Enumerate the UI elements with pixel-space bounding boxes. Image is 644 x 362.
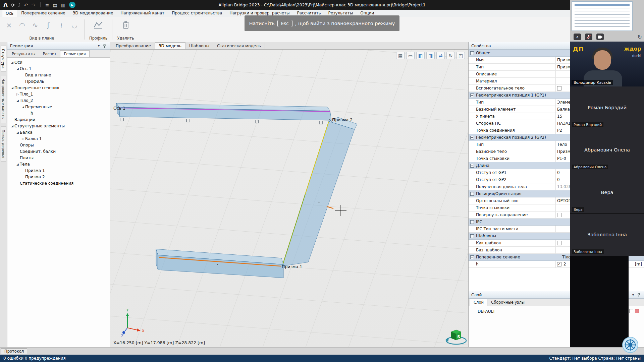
menu-tab[interactable]: Ось — [2, 10, 17, 17]
speaker-video-tile[interactable]: ДП ждор dorN Володимир Каськів — [570, 42, 644, 86]
plan-view-tool-icon[interactable]: ◠ — [17, 19, 27, 31]
tree-item[interactable]: Вариации — [7, 116, 110, 123]
panel-tab[interactable]: Геометрия — [60, 50, 89, 57]
tree-item[interactable]: Профиль — [7, 78, 110, 84]
tree-expander-icon[interactable]: ◢ — [15, 67, 20, 70]
tree-item[interactable]: ◢ Структурные элементы — [7, 123, 110, 129]
tree-item[interactable]: Соединит. балки — [7, 148, 110, 155]
panel-tab[interactable]: Расчет — [39, 50, 60, 57]
layer-tab[interactable]: Слой — [470, 299, 487, 306]
iso-view-2-icon[interactable]: ◨ — [426, 52, 435, 59]
tree-expander-icon[interactable]: ◢ — [15, 99, 20, 102]
protocol-tab[interactable]: Протокол — [1, 348, 27, 354]
tree-item[interactable]: ◢ Тела — [7, 161, 110, 167]
group-collapse-icon[interactable] — [470, 220, 474, 224]
pin-icon[interactable] — [103, 44, 106, 49]
tree-expander-icon[interactable]: ◢ — [15, 163, 20, 166]
tree-item[interactable]: Статические соединения — [7, 180, 110, 186]
plan-view-tool-icon[interactable]: ≀ — [56, 19, 66, 31]
tree-item[interactable]: ◢ Ось 1 — [7, 65, 110, 72]
rotate-view-icon[interactable]: ↻ — [446, 52, 455, 59]
tree-item[interactable]: ▷ Тіло_1 — [7, 91, 110, 97]
layer-tab[interactable]: Сборочные узлы — [487, 299, 528, 306]
tree-item[interactable]: ◢ Тіло_2 — [7, 97, 110, 104]
pin-icon[interactable] — [637, 293, 641, 298]
menu-tab[interactable]: 3D моделирование — [69, 10, 117, 17]
viewport-tab[interactable]: 3D-модель — [155, 42, 185, 49]
chevron-down-icon[interactable]: ▾ — [98, 44, 100, 48]
iso-view-icon[interactable]: ◧ — [416, 52, 425, 59]
group-collapse-icon[interactable] — [470, 136, 474, 139]
viewport-tab[interactable]: Преобразование — [112, 43, 155, 49]
layer-color-swatch[interactable] — [635, 309, 639, 313]
tree-item[interactable]: Призма 1 — [7, 167, 110, 174]
plan-view-tool-icon[interactable]: ∿ — [30, 19, 40, 31]
redo-icon[interactable]: ↷ — [32, 2, 36, 8]
undo-icon[interactable]: ↶ — [24, 2, 28, 8]
run-calculation-button[interactable]: ▶ — [69, 2, 75, 8]
tree-item[interactable]: Плиты — [7, 155, 110, 161]
microphone-muted-icon[interactable] — [585, 34, 592, 40]
collapse-button[interactable]: ∧ — [574, 34, 581, 40]
export-icon[interactable]: ▤ — [53, 2, 57, 8]
quick-access-toggle-icon[interactable] — [11, 3, 20, 7]
tree-item[interactable]: h — [7, 110, 110, 116]
group-collapse-icon[interactable] — [470, 164, 474, 168]
plan-view-tool-icon[interactable]: × — [4, 19, 14, 31]
3d-scene[interactable]: Ось 1 Призма 2 Призма 1 Y X — [110, 50, 468, 347]
tree-item[interactable]: ◢ Переменные — [7, 104, 110, 110]
participant-tile[interactable]: Роман Борздий Роман Борздий — [570, 86, 644, 129]
group-collapse-icon[interactable] — [470, 255, 474, 259]
participant-tile[interactable]: Заболотна Інна Заболотна Інна — [570, 214, 644, 256]
tree-item[interactable]: ◢ Оси — [7, 59, 110, 65]
menu-tab[interactable]: Процесс строительства — [168, 10, 225, 17]
deck-girder-3d[interactable] — [116, 103, 331, 120]
sync-views-icon[interactable]: ⇄ — [436, 52, 445, 59]
fit-view-icon[interactable]: ▦ — [396, 52, 405, 59]
tree-expander-icon[interactable]: ▷ — [15, 93, 20, 96]
screen-view-icon[interactable]: ▭ — [406, 52, 415, 59]
tree-expander-icon[interactable]: ◢ — [10, 61, 14, 64]
tree-item[interactable]: Опоры — [7, 142, 110, 148]
side-tab[interactable]: Польз. деревья — [1, 126, 6, 162]
property-checkbox[interactable] — [557, 241, 561, 245]
profile-tool-icon[interactable] — [93, 19, 103, 31]
property-checkbox[interactable] — [557, 86, 561, 90]
3d-canvas[interactable]: Ось 1 Призма 2 Призма 1 Y X — [110, 50, 468, 347]
menu-tab[interactable]: Напряженный канат — [117, 10, 168, 17]
viewport-tab[interactable]: Шаблоны — [185, 43, 213, 49]
participant-tile[interactable]: Вера Вера — [570, 171, 644, 214]
group-collapse-icon[interactable] — [470, 192, 474, 196]
property-checkbox[interactable] — [557, 213, 561, 217]
panel-tab[interactable]: Результаты — [8, 50, 39, 57]
tree-item[interactable]: ▷ Балка 1 — [7, 135, 110, 142]
screen-share-thumbnail[interactable] — [570, 0, 644, 32]
side-tab[interactable]: Структура — [1, 46, 6, 72]
tree-item[interactable]: ◢ Балка — [7, 129, 110, 135]
viewport-tab[interactable]: Статическая модель — [213, 43, 265, 49]
property-checkbox[interactable] — [557, 262, 561, 266]
group-collapse-icon[interactable] — [470, 94, 474, 97]
refresh-icon[interactable]: ↻ — [638, 34, 642, 40]
tree-expander-icon[interactable]: ▷ — [21, 137, 25, 140]
import-icon[interactable]: ▥ — [61, 2, 65, 8]
tree-expander-icon[interactable]: ◢ — [21, 105, 25, 109]
side-tab[interactable]: Напряженные канаты — [1, 75, 6, 123]
layer-visibility-checkbox[interactable] — [629, 309, 633, 313]
navigation-compass[interactable]: S — [445, 330, 466, 344]
group-collapse-icon[interactable] — [470, 234, 474, 238]
group-collapse-icon[interactable] — [470, 51, 474, 55]
plan-view-tool-icon[interactable]: ʃ — [43, 19, 53, 31]
tree-expander-icon[interactable]: ◢ — [10, 86, 14, 89]
delete-tool-icon[interactable] — [122, 19, 130, 31]
tree-item[interactable]: Вид в плане — [7, 72, 110, 78]
fullscreen-view-icon[interactable]: ◰ — [457, 52, 465, 59]
participant-tile[interactable]: Абрамович Олена Абрамович Олена — [570, 129, 644, 171]
tree-item[interactable]: ◢ Поперечные сечения — [7, 84, 110, 91]
tree-item[interactable]: Призма 2 — [7, 174, 110, 180]
tree-expander-icon[interactable]: ◢ — [10, 124, 14, 128]
report-list-icon[interactable]: ≡ — [45, 2, 49, 8]
tree-expander-icon[interactable]: ◢ — [15, 131, 20, 134]
plan-view-tool-icon[interactable]: ◡ — [69, 19, 79, 31]
chevron-down-icon[interactable]: ▾ — [632, 293, 634, 297]
